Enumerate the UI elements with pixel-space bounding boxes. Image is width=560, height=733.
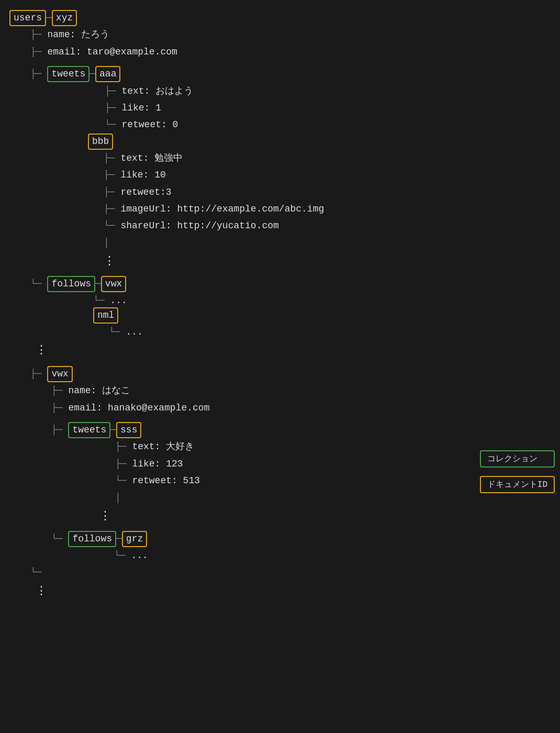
aaa-retweet: retweet: 0 [121,116,178,133]
bbb-shareurl-row: └─ shareUrl: http://yucatio.com [104,217,560,234]
bbb-badge: bbb [88,134,113,150]
xyz-email-text: email: taro@example.com [47,43,177,60]
section-dots-2: ⋮ [36,585,47,598]
nml-bracket: └─ ... [109,324,560,340]
bbb-close-bracket: │ [104,235,560,251]
vwx-email-text: email: hanako@example.com [68,399,209,416]
vwx2-badge: vwx [47,366,72,382]
xyz-name-row: ├─ name: たろう [30,26,560,43]
sss-retweet: retweet: 513 [132,472,200,489]
follows-row: └─ follows─vwx [30,275,560,292]
vwx-name-row: ├─ name: はなこ [51,382,560,399]
bbb-imageurl-row: ├─ imageUrl: http://example.com/abc.img [104,201,560,217]
follows2-row: └─ follows─grz [51,530,560,547]
bbb-imageurl: imageUrl: http://example.com/abc.img [120,201,324,217]
sss-text: text: 大好き [132,438,194,455]
sss-badge: sss [116,422,141,438]
tweets2-badge: tweets [68,422,110,438]
legend-document-id: ドキュメントID [480,476,555,493]
vwx2-row: ├─ vwx [30,365,560,382]
bbb-retweet: retweet:3 [120,184,171,201]
root-row: users─xyz [9,9,560,26]
xyz-email-row: ├─ email: taro@example.com [30,43,560,60]
section-dots-1: ⋮ [36,344,47,357]
grz-badge: grz [122,531,147,547]
aaa-text-row: ├─ text: おはよう [105,83,560,99]
tweets-badge: tweets [47,66,89,82]
bbb-like: like: 10 [120,166,165,183]
aaa-text: text: おはよう [121,83,193,99]
aaa-badge: aaa [95,66,120,82]
aaa-like-row: ├─ like: 1 [105,99,560,116]
legend-collection: コレクション [480,450,555,468]
bbb-text: text: 勉強中 [120,150,183,166]
xyz-badge: xyz [52,10,77,26]
tweets-row: ├─ tweets─aaa [30,65,560,82]
follows-badge: follows [47,276,95,292]
tweets-dots: ⋮ [88,251,560,272]
nml-row: nml [93,307,560,324]
bbb-like-row: ├─ like: 10 [104,166,560,183]
legend-panel: コレクション ドキュメントID [480,450,555,493]
tweets2-dots: ⋮ [93,506,560,527]
users-badge: users [9,10,46,26]
bbb-retweet-row: ├─ retweet:3 [104,184,560,201]
vwx-email-row: ├─ email: hanako@example.com [51,399,560,416]
sss-like: like: 123 [132,456,183,472]
follows2-badge: follows [68,531,116,547]
grz-bracket: └─ ... [114,547,560,564]
vwx-name-text: name: はなこ [68,382,130,399]
vwx-badge: vwx [101,276,126,292]
bbb-text-row: ├─ text: 勉強中 [104,150,560,166]
aaa-retweet-row: └─ retweet: 0 [105,116,560,133]
nml-badge: nml [93,307,118,324]
tweets2-row: ├─ tweets─sss [51,421,560,438]
aaa-like: like: 1 [121,99,161,116]
bbb-shareurl: shareUrl: http://yucatio.com [120,217,278,234]
bbb-row: bbb [88,134,560,150]
root-close: └─ [30,564,560,581]
xyz-name-text: name: たろう [47,26,109,43]
